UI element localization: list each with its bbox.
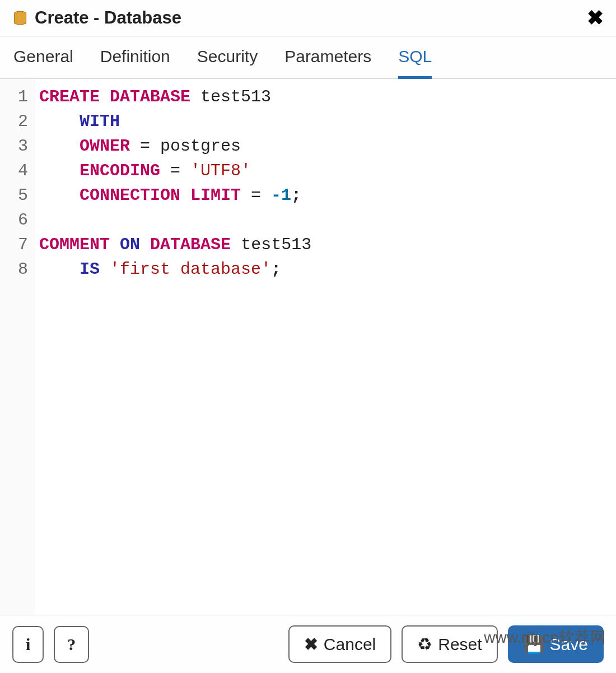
- code-line[interactable]: WITH: [39, 109, 616, 134]
- titlebar-left: Create - Database: [12, 8, 181, 28]
- line-number: 7: [0, 232, 28, 257]
- code-line[interactable]: CONNECTION LIMIT = -1;: [39, 183, 616, 208]
- sql-editor[interactable]: 12345678 CREATE DATABASE test513 WITH OW…: [0, 79, 616, 615]
- code-line[interactable]: [39, 208, 616, 232]
- close-icon: ✖: [304, 634, 318, 654]
- tab-parameters[interactable]: Parameters: [284, 47, 371, 79]
- save-button-label: Save: [550, 635, 588, 654]
- save-button[interactable]: 💾 Save: [508, 625, 604, 663]
- tab-security[interactable]: Security: [197, 47, 258, 79]
- create-database-dialog: Create - Database ✖ General Definition S…: [0, 0, 616, 673]
- help-button[interactable]: ?: [54, 626, 89, 663]
- reset-button-label: Reset: [438, 635, 482, 654]
- tab-sql[interactable]: SQL: [398, 47, 432, 79]
- help-icon: ?: [67, 635, 76, 654]
- info-icon: i: [26, 635, 30, 654]
- cancel-button[interactable]: ✖ Cancel: [288, 625, 391, 663]
- tab-definition[interactable]: Definition: [100, 47, 170, 79]
- titlebar: Create - Database ✖: [0, 0, 616, 36]
- info-button[interactable]: i: [12, 626, 44, 663]
- close-icon[interactable]: ✖: [587, 8, 604, 28]
- recycle-icon: ♻: [417, 634, 432, 654]
- dialog-title: Create - Database: [35, 8, 181, 28]
- line-number: 8: [0, 257, 28, 282]
- code-line[interactable]: IS 'first database';: [39, 257, 616, 282]
- line-number-gutter: 12345678: [0, 79, 35, 615]
- sql-code-area[interactable]: CREATE DATABASE test513 WITH OWNER = pos…: [35, 79, 616, 615]
- code-line[interactable]: ENCODING = 'UTF8': [39, 158, 616, 183]
- cancel-button-label: Cancel: [324, 635, 376, 654]
- save-icon: 💾: [524, 634, 544, 654]
- dialog-footer: i ? ✖ Cancel ♻ Reset 💾 Save: [0, 615, 616, 673]
- database-icon: [12, 10, 28, 26]
- line-number: 4: [0, 158, 28, 183]
- line-number: 5: [0, 183, 28, 208]
- code-line[interactable]: OWNER = postgres: [39, 134, 616, 158]
- line-number: 2: [0, 109, 28, 134]
- tab-bar: General Definition Security Parameters S…: [0, 36, 616, 79]
- tab-general[interactable]: General: [13, 47, 73, 79]
- line-number: 3: [0, 134, 28, 158]
- line-number: 1: [0, 85, 28, 109]
- code-line[interactable]: COMMENT ON DATABASE test513: [39, 232, 616, 257]
- code-line[interactable]: CREATE DATABASE test513: [39, 85, 616, 109]
- line-number: 6: [0, 208, 28, 232]
- reset-button[interactable]: ♻ Reset: [402, 625, 497, 663]
